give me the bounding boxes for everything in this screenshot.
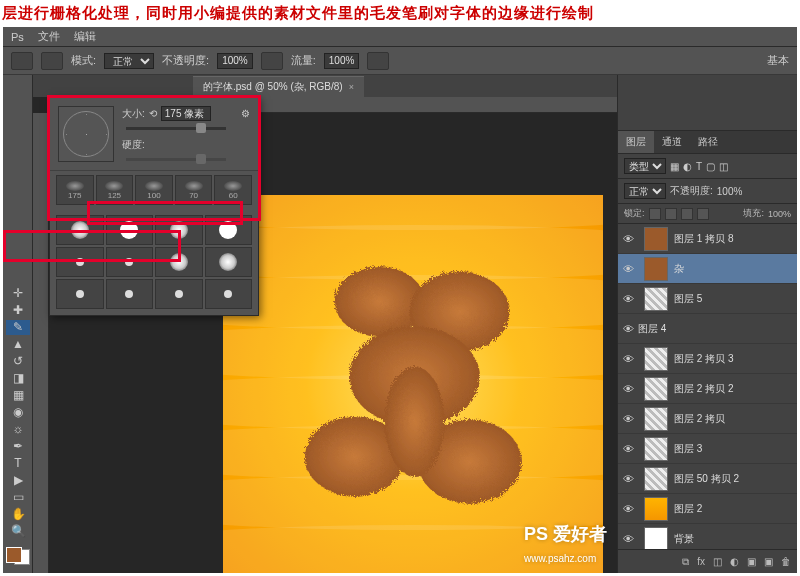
shape-tool-icon[interactable]: ▭ bbox=[6, 489, 30, 504]
visibility-icon[interactable]: 👁 bbox=[618, 443, 638, 455]
brush-preset[interactable]: 100 bbox=[135, 175, 173, 205]
flow-value[interactable]: 100% bbox=[324, 53, 360, 69]
brush-preset[interactable] bbox=[106, 279, 154, 309]
adjustment-icon[interactable]: ◐ bbox=[730, 556, 739, 567]
lock-pixel-icon[interactable] bbox=[665, 208, 677, 220]
filter-adjust-icon[interactable]: ◐ bbox=[683, 161, 692, 172]
size-input[interactable] bbox=[161, 106, 211, 121]
trash-icon[interactable]: 🗑 bbox=[781, 556, 791, 567]
lock-pos-icon[interactable] bbox=[681, 208, 693, 220]
pressure-opacity-icon[interactable] bbox=[261, 52, 283, 70]
workspace-label[interactable]: 基本 bbox=[767, 53, 789, 68]
visibility-icon[interactable]: 👁 bbox=[618, 263, 638, 275]
layer-row[interactable]: 👁图层 2 拷贝 2 bbox=[618, 374, 797, 404]
filter-type-icon[interactable]: T bbox=[696, 161, 702, 172]
close-tab-icon[interactable]: × bbox=[349, 82, 354, 92]
brush-preset[interactable] bbox=[56, 279, 104, 309]
heal-tool-icon[interactable]: ✚ bbox=[6, 303, 30, 318]
brush-preset[interactable] bbox=[205, 247, 253, 277]
brush-preset[interactable] bbox=[155, 279, 203, 309]
menu-item[interactable]: 文件 bbox=[38, 29, 60, 44]
visibility-icon[interactable]: 👁 bbox=[618, 353, 638, 365]
path-select-icon[interactable]: ▶ bbox=[6, 472, 30, 487]
visibility-icon[interactable]: 👁 bbox=[618, 413, 638, 425]
type-tool-icon[interactable]: T bbox=[6, 455, 30, 470]
history-brush-icon[interactable]: ↺ bbox=[6, 354, 30, 369]
layer-opacity-value[interactable]: 100% bbox=[717, 186, 743, 197]
visibility-icon[interactable]: 👁 bbox=[618, 503, 638, 515]
stamp-tool-icon[interactable]: ▲ bbox=[6, 337, 30, 352]
filter-shape-icon[interactable]: ▢ bbox=[706, 161, 715, 172]
mask-icon[interactable]: ◫ bbox=[713, 556, 722, 567]
tool-preset-icon[interactable] bbox=[11, 52, 33, 70]
ruler-vertical bbox=[33, 113, 49, 573]
menu-ps-icon[interactable]: Ps bbox=[11, 31, 24, 43]
fur-glyph bbox=[298, 255, 528, 515]
lock-all-icon[interactable] bbox=[697, 208, 709, 220]
brush-preset[interactable]: 70 bbox=[175, 175, 213, 205]
flip-icon[interactable]: ⟲ bbox=[149, 108, 157, 119]
hand-tool-icon[interactable]: ✋ bbox=[6, 506, 30, 521]
airbrush-icon[interactable] bbox=[367, 52, 389, 70]
new-layer-icon[interactable]: ▣ bbox=[764, 556, 773, 567]
hardness-slider[interactable] bbox=[126, 158, 226, 161]
pen-tool-icon[interactable]: ✒ bbox=[6, 438, 30, 453]
layer-row[interactable]: 👁背景 bbox=[618, 524, 797, 549]
visibility-icon[interactable]: 👁 bbox=[618, 533, 638, 545]
layer-row[interactable]: 👁图层 2 拷贝 bbox=[618, 404, 797, 434]
fill-value[interactable]: 100% bbox=[768, 209, 791, 219]
brush-preset[interactable] bbox=[56, 215, 104, 245]
link-icon[interactable]: ⧉ bbox=[682, 556, 689, 568]
layer-row[interactable]: 👁图层 2 bbox=[618, 494, 797, 524]
layer-row[interactable]: 👁图层 50 拷贝 2 bbox=[618, 464, 797, 494]
tab-paths[interactable]: 路径 bbox=[690, 131, 726, 153]
visibility-icon[interactable]: 👁 bbox=[618, 233, 638, 245]
brush-preset[interactable] bbox=[106, 215, 154, 245]
layer-row[interactable]: 👁图层 4 bbox=[618, 314, 797, 344]
brush-tool-icon[interactable]: ✎ bbox=[6, 320, 30, 335]
size-slider[interactable] bbox=[126, 127, 226, 130]
gradient-tool-icon[interactable]: ▦ bbox=[6, 388, 30, 403]
brush-preset[interactable] bbox=[155, 247, 203, 277]
tab-layers[interactable]: 图层 bbox=[618, 131, 654, 153]
layer-row[interactable]: 👁图层 1 拷贝 8 bbox=[618, 224, 797, 254]
filter-pixel-icon[interactable]: ▦ bbox=[670, 161, 679, 172]
layer-row[interactable]: 👁杂 bbox=[618, 254, 797, 284]
fx-icon[interactable]: fx bbox=[697, 556, 705, 567]
filter-smart-icon[interactable]: ◫ bbox=[719, 161, 728, 172]
eraser-tool-icon[interactable]: ◨ bbox=[6, 371, 30, 386]
brush-preset[interactable] bbox=[205, 215, 253, 245]
mode-select[interactable]: 正常 bbox=[104, 53, 154, 69]
brush-preset[interactable] bbox=[106, 247, 154, 277]
visibility-icon[interactable]: 👁 bbox=[618, 293, 638, 305]
brush-preset[interactable]: 60 bbox=[214, 175, 252, 205]
lock-trans-icon[interactable] bbox=[649, 208, 661, 220]
filter-kind-select[interactable]: 类型 bbox=[624, 158, 666, 174]
zoom-tool-icon[interactable]: 🔍 bbox=[6, 523, 30, 538]
visibility-icon[interactable]: 👁 bbox=[618, 473, 638, 485]
document-tab[interactable]: 的字体.psd @ 50% (杂, RGB/8) × bbox=[193, 76, 364, 97]
color-swatches[interactable] bbox=[6, 547, 30, 565]
blur-tool-icon[interactable]: ◉ bbox=[6, 405, 30, 420]
panel-menu-icon[interactable]: ⚙ bbox=[241, 108, 250, 119]
brush-preset[interactable]: 125 bbox=[96, 175, 134, 205]
eyedropper-tool-icon[interactable]: ✛ bbox=[6, 286, 30, 301]
brush-preset[interactable] bbox=[155, 215, 203, 245]
brush-preview-icon[interactable] bbox=[41, 52, 63, 70]
brush-preset[interactable] bbox=[56, 247, 104, 277]
tab-channels[interactable]: 通道 bbox=[654, 131, 690, 153]
dodge-tool-icon[interactable]: ☼ bbox=[6, 422, 30, 437]
group-icon[interactable]: ▣ bbox=[747, 556, 756, 567]
visibility-icon[interactable]: 👁 bbox=[618, 323, 638, 335]
blend-mode-select[interactable]: 正常 bbox=[624, 183, 666, 199]
visibility-icon[interactable]: 👁 bbox=[618, 383, 638, 395]
layer-row[interactable]: 👁图层 2 拷贝 3 bbox=[618, 344, 797, 374]
brush-preset[interactable]: 175 bbox=[56, 175, 94, 205]
opacity-value[interactable]: 100% bbox=[217, 53, 253, 69]
canvas[interactable] bbox=[223, 195, 603, 573]
foreground-color-swatch[interactable] bbox=[6, 547, 22, 563]
layer-row[interactable]: 👁图层 5 bbox=[618, 284, 797, 314]
layer-row[interactable]: 👁图层 3 bbox=[618, 434, 797, 464]
brush-preset[interactable] bbox=[205, 279, 253, 309]
menu-item[interactable]: 编辑 bbox=[74, 29, 96, 44]
